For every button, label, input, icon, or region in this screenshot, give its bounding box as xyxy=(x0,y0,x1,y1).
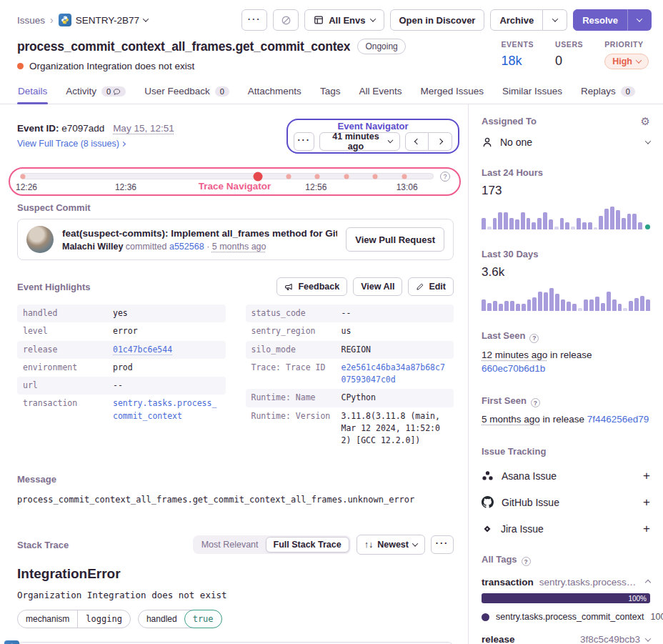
tracking-label[interactable]: Jira Issue xyxy=(501,523,544,535)
chart-bar xyxy=(618,304,622,311)
highlight-key: level xyxy=(23,325,113,337)
highlight-key: Runtime: Name xyxy=(251,392,342,404)
tab-similar-issues[interactable]: Similar Issues xyxy=(502,81,563,104)
tag-distribution-bar[interactable]: 100% xyxy=(482,593,650,603)
trace-timeline[interactable] xyxy=(20,173,434,179)
trace-event-dot[interactable] xyxy=(344,174,349,179)
stack-more-button[interactable]: ··· xyxy=(431,535,454,554)
chevron-down-icon[interactable] xyxy=(645,636,651,642)
highlight-row: release01c47bc6e544 xyxy=(17,341,226,359)
users-count[interactable]: 0 xyxy=(555,54,583,69)
more-actions-button[interactable]: ··· xyxy=(241,9,267,31)
chart-bar xyxy=(594,227,598,229)
resolve-dropdown-button[interactable] xyxy=(627,9,652,31)
highlight-value: prod xyxy=(113,362,220,374)
chart-bar xyxy=(589,299,594,311)
sort-newest-dropdown[interactable]: ↑↓ Newest xyxy=(357,535,425,555)
tab-replays[interactable]: Replays0 xyxy=(580,81,636,104)
resolve-button[interactable]: Resolve xyxy=(573,9,627,31)
priority-badge[interactable]: High xyxy=(604,54,649,69)
help-icon: ? xyxy=(529,334,539,343)
chart-bar xyxy=(560,218,564,229)
tab-all-events[interactable]: All Events xyxy=(358,81,402,104)
event-date[interactable]: May 15, 12:51 xyxy=(113,123,174,134)
commit-meta: Malachi Willey committed a552568 · 5 mon… xyxy=(62,242,337,252)
trace-event-dot[interactable] xyxy=(315,174,320,179)
all-envs-button[interactable]: All Envs xyxy=(304,9,384,31)
trace-event-dot[interactable] xyxy=(402,174,407,179)
view-full-trace-link[interactable]: View Full Trace (8 issues) xyxy=(17,139,125,149)
chart-bar xyxy=(544,292,548,311)
full-stack-trace-tab[interactable]: Full Stack Trace xyxy=(266,537,349,553)
event-id-value: e7097add xyxy=(61,123,104,134)
commit-sha-link[interactable]: a552568 xyxy=(169,242,204,252)
tab-tags[interactable]: Tags xyxy=(319,81,342,104)
tag-name[interactable]: release xyxy=(482,634,515,644)
person-icon xyxy=(482,137,493,148)
highlight-row: Runtime: Version3.11.8(3.11.8 (main, Mar… xyxy=(246,407,454,450)
first-seen-heading: First Seen? xyxy=(482,395,650,407)
mute-button[interactable] xyxy=(273,9,299,31)
edit-button[interactable]: Edit xyxy=(408,277,454,296)
tab-activity[interactable]: Activity0 xyxy=(65,81,126,104)
tab-merged-issues[interactable]: Merged Issues xyxy=(419,81,484,104)
chart-bar xyxy=(538,292,542,311)
breadcrumb-project[interactable]: SENTRY-2B77 xyxy=(59,14,148,26)
add-jira-issue-button[interactable]: + xyxy=(643,522,650,536)
tag-name[interactable]: transaction xyxy=(482,577,534,588)
view-all-button[interactable]: View All xyxy=(353,277,402,296)
chart-bar xyxy=(610,207,614,229)
last-seen-release-link[interactable]: 660ec70b6d1b xyxy=(482,363,545,374)
highlight-row: handledyes xyxy=(17,304,226,322)
highlight-value: -- xyxy=(342,307,449,319)
tab-user-feedback[interactable]: User Feedback0 xyxy=(144,81,230,104)
open-in-discover-button[interactable]: Open in Discover xyxy=(390,9,485,31)
chevron-down-icon xyxy=(552,16,557,21)
trace-help-icon[interactable]: ? xyxy=(440,172,450,182)
first-seen-release-link[interactable]: 7f446256ed79 xyxy=(587,414,649,425)
chart-bar xyxy=(646,299,650,311)
issue-tracking-heading: Issue Tracking xyxy=(482,446,650,457)
tab-badge: 0 xyxy=(215,86,229,96)
most-relevant-tab[interactable]: Most Relevant xyxy=(194,537,266,553)
gear-icon[interactable]: ⚙ xyxy=(641,116,650,127)
last-24-hours-heading: Last 24 Hours xyxy=(482,167,650,178)
suspect-commit-card: feat(suspect-commits): Implement all_fra… xyxy=(17,219,454,260)
archive-dropdown-button[interactable] xyxy=(543,9,567,31)
event-age-dropdown[interactable]: 41 minutes ago xyxy=(319,132,400,151)
feedback-button[interactable]: Feedback xyxy=(276,277,347,296)
mechanism-pill-key: mechanism xyxy=(18,610,77,628)
highlight-row: silo_modeREGION xyxy=(246,341,454,359)
tracking-label[interactable]: Asana Issue xyxy=(502,470,557,482)
chart-bar xyxy=(487,303,492,311)
chart-bar xyxy=(522,304,526,311)
chevron-up-icon[interactable] xyxy=(645,580,651,585)
avatar xyxy=(26,226,54,253)
highlight-value[interactable]: sentry.tasks.process_commit_context xyxy=(113,397,220,422)
tab-details[interactable]: Details xyxy=(17,81,48,104)
archive-button[interactable]: Archive xyxy=(490,9,543,31)
breadcrumb-issues[interactable]: Issues xyxy=(17,15,45,26)
events-count[interactable]: 18k xyxy=(501,54,534,69)
trace-event-dot[interactable] xyxy=(20,174,25,179)
tab-attachments[interactable]: Attachments xyxy=(247,81,302,104)
highlight-value[interactable]: e2e561c46ba34a87b68c707593047c0d xyxy=(342,362,449,387)
trace-event-dot[interactable] xyxy=(373,174,378,179)
add-github-issue-button[interactable]: + xyxy=(643,495,650,510)
trace-current-event-dot[interactable] xyxy=(253,172,262,181)
highlight-value[interactable]: 01c47bc6e544 xyxy=(113,344,220,356)
tracking-label[interactable]: GitHub Issue xyxy=(502,497,559,508)
view-pull-request-button[interactable]: View Pull Request xyxy=(346,227,444,252)
event-more-button[interactable]: ··· xyxy=(294,132,314,151)
tag-distribution-list: transactionsentry.tasks.process_com…100%… xyxy=(482,577,650,644)
highlight-row: url-- xyxy=(17,377,226,395)
chart-bar xyxy=(516,304,520,311)
add-asana-issue-button[interactable]: + xyxy=(643,469,650,483)
next-event-button[interactable] xyxy=(429,132,452,151)
priority-label: PRIORITY xyxy=(604,40,649,49)
assignee-selector[interactable]: No one xyxy=(482,137,650,148)
highlight-row: transactionsentry.tasks.process_commit_c… xyxy=(17,395,226,425)
previous-event-button[interactable] xyxy=(405,132,429,151)
trace-event-dot[interactable] xyxy=(286,174,291,179)
highlight-key: Runtime: Version xyxy=(251,410,342,447)
